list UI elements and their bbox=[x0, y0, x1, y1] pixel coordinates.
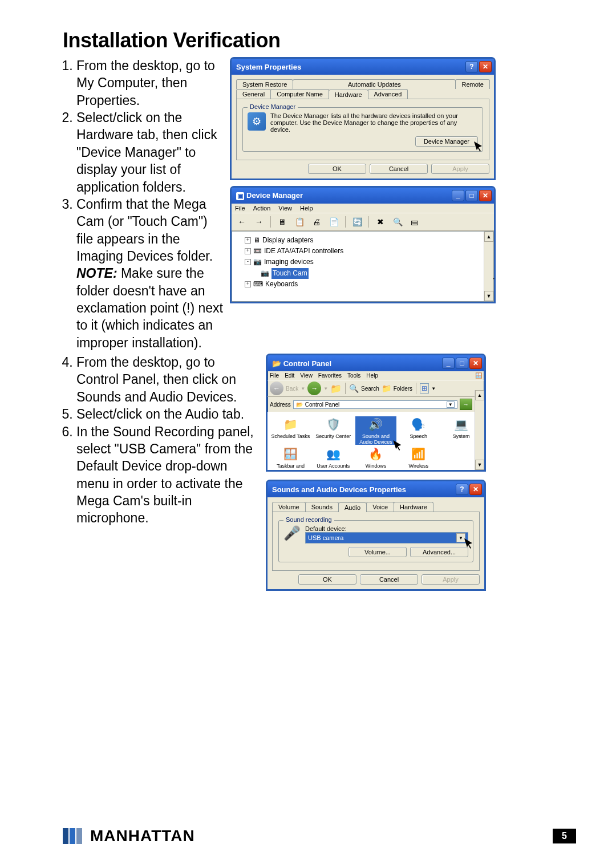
cp-item-sounds[interactable]: 🔊Sounds and Audio Devices bbox=[355, 416, 397, 445]
scheduled-tasks-icon: 📁 bbox=[282, 416, 298, 432]
properties-icon[interactable]: 📋 bbox=[293, 215, 306, 229]
sounds-icon: 🔊 bbox=[368, 416, 384, 432]
groupbox-device-manager: Device Manager bbox=[248, 103, 298, 110]
ok-button[interactable]: OK bbox=[298, 574, 356, 585]
close-icon[interactable]: ✕ bbox=[479, 190, 492, 201]
cp-item-taskbar[interactable]: 🪟Taskbar and bbox=[270, 446, 311, 469]
volume-button[interactable]: Volume... bbox=[348, 547, 407, 557]
logo-mark-icon bbox=[63, 828, 86, 844]
dropdown-icon: ▼ bbox=[456, 533, 465, 542]
tab-hardware[interactable]: Hardware bbox=[329, 90, 368, 99]
firewall-icon: 🔥 bbox=[368, 446, 384, 462]
tab-general[interactable]: General bbox=[236, 89, 271, 99]
menu-favorites[interactable]: Favorites bbox=[318, 372, 342, 379]
menu-file[interactable]: File bbox=[270, 372, 279, 379]
apply-button[interactable]: Apply bbox=[422, 574, 480, 585]
tab-hardware[interactable]: Hardware bbox=[394, 502, 433, 512]
cp-item-user-accounts[interactable]: 👥User Accounts bbox=[313, 446, 354, 469]
menu-help[interactable]: Help bbox=[366, 372, 378, 379]
up-icon[interactable]: 📁 bbox=[330, 383, 342, 394]
cp-item-scheduled-tasks[interactable]: 📁Scheduled Tasks bbox=[270, 416, 311, 445]
expand-icon[interactable]: + bbox=[245, 281, 251, 287]
tab-sounds[interactable]: Sounds bbox=[305, 502, 339, 512]
device-manager-button[interactable]: Device Manager bbox=[415, 136, 478, 147]
speech-icon: 🗣️ bbox=[411, 416, 427, 432]
menu-view[interactable]: View bbox=[300, 372, 313, 379]
control-panel-items: 📁Scheduled Tasks 🛡️Security Center 🔊Soun… bbox=[268, 412, 484, 470]
go-button[interactable]: → bbox=[460, 399, 472, 410]
menu-tools[interactable]: Tools bbox=[347, 372, 360, 379]
maximize-icon[interactable]: □ bbox=[456, 358, 468, 369]
window-title: System Properties bbox=[236, 63, 301, 71]
security-icon: 🛡️ bbox=[325, 416, 341, 432]
folder-icon: 📂 bbox=[296, 401, 303, 408]
tree-item: + 📼 IDE ATA/ATAPI controllers bbox=[236, 246, 490, 257]
tab-remote[interactable]: Remote bbox=[455, 79, 490, 89]
ok-button[interactable]: OK bbox=[308, 164, 366, 174]
search-icon[interactable]: 🔍 bbox=[349, 384, 359, 393]
update-icon[interactable]: 🔍 bbox=[391, 215, 404, 229]
print-icon[interactable]: 🖨 bbox=[310, 215, 323, 229]
tab-voice[interactable]: Voice bbox=[366, 502, 394, 512]
view-icon[interactable]: 🖥 bbox=[275, 215, 289, 229]
refresh-icon[interactable]: 🔄 bbox=[350, 215, 364, 229]
cp-item-security-center[interactable]: 🛡️Security Center bbox=[313, 416, 354, 445]
page-heading: Installation Verification bbox=[63, 29, 576, 52]
minimize-icon[interactable]: _ bbox=[442, 358, 455, 369]
forward-icon[interactable]: → bbox=[252, 215, 266, 229]
cancel-button[interactable]: Cancel bbox=[370, 164, 428, 174]
views-icon[interactable]: ⊞ bbox=[420, 383, 429, 394]
microphone-icon: 🎤 bbox=[283, 525, 301, 541]
instruction-list-2: From the desktop, go to Control Panel, t… bbox=[63, 354, 257, 527]
expand-icon[interactable]: + bbox=[245, 248, 251, 254]
maximize-icon[interactable]: □ bbox=[465, 190, 478, 201]
forward-button[interactable]: → bbox=[307, 382, 321, 395]
advanced-button[interactable]: Advanced... bbox=[410, 547, 468, 557]
tab-volume[interactable]: Volume bbox=[272, 502, 306, 512]
tab-computer-name[interactable]: Computer Name bbox=[270, 89, 329, 99]
minimize-icon[interactable]: _ bbox=[452, 190, 464, 201]
scroll-down-icon: ▼ bbox=[475, 460, 484, 470]
folders-icon[interactable]: 📁 bbox=[382, 384, 391, 393]
back-button[interactable]: ← bbox=[270, 382, 283, 395]
tab-advanced[interactable]: Advanced bbox=[368, 89, 408, 99]
cp-item-wireless[interactable]: 📶Wireless bbox=[398, 446, 439, 469]
help-icon[interactable]: ? bbox=[465, 61, 478, 72]
address-input[interactable]: 📂 Control Panel ▼ bbox=[293, 400, 457, 409]
cp-item-speech[interactable]: 🗣️Speech bbox=[398, 416, 439, 445]
dropdown-icon[interactable]: ▼ bbox=[447, 401, 455, 408]
cp-item-windows[interactable]: 🔥Windows bbox=[355, 446, 397, 469]
dropdown-icon[interactable]: ▼ bbox=[301, 386, 305, 391]
monitor-icon: 🖥 bbox=[253, 235, 260, 246]
menu-edit[interactable]: Edit bbox=[285, 372, 294, 379]
expand-icon[interactable]: + bbox=[245, 237, 251, 244]
app-icon: ▣ bbox=[236, 192, 244, 200]
back-icon[interactable]: ← bbox=[235, 215, 249, 229]
scrollbar[interactable]: ▲ ▼ bbox=[484, 232, 493, 301]
tree-item: - 📷 Imaging devices bbox=[236, 257, 490, 267]
close-icon[interactable]: ✕ bbox=[469, 484, 482, 495]
help-icon[interactable]: ? bbox=[456, 484, 468, 495]
step-2: Select/click on the Hardware tab, then c… bbox=[76, 109, 225, 196]
collapse-icon[interactable]: - bbox=[245, 259, 251, 265]
windows-logo-icon: 🪟 bbox=[475, 372, 482, 379]
menu-file[interactable]: File bbox=[235, 205, 245, 212]
groupbox-sound-recording: Sound recording bbox=[283, 516, 334, 523]
tab-audio[interactable]: Audio bbox=[338, 502, 367, 512]
scan-icon[interactable]: 📄 bbox=[327, 215, 341, 229]
menu-action[interactable]: Action bbox=[253, 205, 271, 212]
tab-automatic-updates[interactable]: Automatic Updates bbox=[293, 79, 456, 89]
close-icon[interactable]: ✕ bbox=[469, 358, 482, 369]
tab-system-restore[interactable]: System Restore bbox=[236, 79, 293, 89]
close-icon[interactable]: ✕ bbox=[479, 61, 492, 72]
keyboard-icon: ⌨ bbox=[253, 279, 263, 290]
window-title: 📂 Control Panel bbox=[272, 359, 331, 368]
taskbar-icon: 🪟 bbox=[282, 446, 298, 462]
default-device-dropdown[interactable]: USB camera ▼ bbox=[305, 532, 468, 543]
scan-hw-icon[interactable]: 🖴 bbox=[408, 215, 422, 229]
apply-button[interactable]: Apply bbox=[431, 164, 489, 174]
menu-help[interactable]: Help bbox=[300, 205, 313, 212]
menu-view[interactable]: View bbox=[278, 205, 292, 212]
cancel-button[interactable]: Cancel bbox=[360, 574, 418, 585]
uninstall-icon[interactable]: ✖ bbox=[374, 215, 387, 229]
